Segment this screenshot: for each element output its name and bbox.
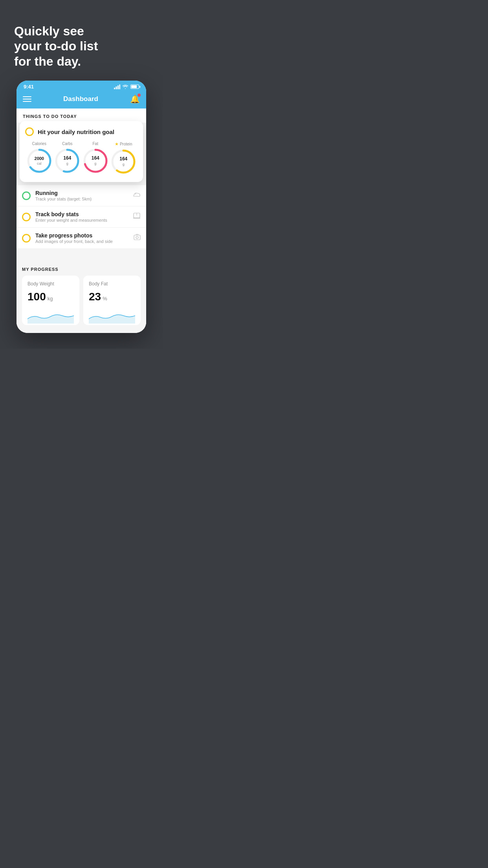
svg-rect-15	[134, 235, 140, 240]
donut-chart: 164 g	[110, 148, 137, 175]
nav-bar: Dashboard 🔔	[17, 91, 146, 108]
donut-value: 164 g	[63, 156, 71, 166]
progress-card-body-weight[interactable]: Body Weight 100 kg	[22, 276, 79, 325]
phone-frame: 9:41 Dashboard	[17, 81, 146, 333]
wifi-icon	[122, 85, 128, 89]
todo-icon-photo	[134, 234, 141, 242]
todo-title: Running	[35, 190, 128, 196]
progress-card-title: Body Fat	[89, 281, 135, 287]
progress-value: 23 %	[89, 291, 135, 303]
nav-title: Dashboard	[63, 95, 98, 103]
todo-title: Track body stats	[35, 211, 128, 217]
progress-number: 100	[28, 291, 46, 303]
todo-item-progress-photos[interactable]: Take progress photos Add images of your …	[17, 228, 146, 249]
nutrition-item-fat: Fat 164 g	[82, 142, 109, 174]
progress-number: 23	[89, 291, 101, 303]
mini-chart	[28, 308, 74, 324]
todo-item-running[interactable]: Running Track your stats (target: 5km)	[17, 185, 146, 206]
nutrition-label-text: Calories	[32, 142, 46, 146]
progress-section: MY PROGRESS Body Weight 100 kg Body Fat …	[17, 261, 146, 325]
status-time: 9:41	[24, 84, 34, 90]
nutrition-item-protein: ★Protein 164 g	[110, 142, 137, 175]
dashboard-content: THINGS TO DO TODAY Hit your daily nutrit…	[17, 108, 146, 333]
nutrition-item-carbs: Carbs 164 g	[54, 142, 81, 174]
donut-value: 164 g	[119, 156, 127, 167]
nutrition-item-calories: Calories 2000 cal	[26, 142, 53, 174]
headline-line3: for the day.	[14, 54, 81, 68]
progress-unit: kg	[48, 296, 53, 302]
donut-chart: 164 g	[54, 147, 81, 174]
nutrition-card-title: Hit your daily nutrition goal	[25, 127, 138, 136]
nutrition-label-text: Fat	[93, 142, 98, 146]
progress-cards: Body Weight 100 kg Body Fat 23 %	[22, 276, 141, 325]
todo-circle-track-body[interactable]	[22, 213, 31, 221]
notification-dot	[138, 94, 141, 97]
status-bar: 9:41	[17, 81, 146, 91]
todo-subtitle: Add images of your front, back, and side	[35, 239, 129, 244]
things-to-do-header: THINGS TO DO TODAY	[17, 108, 146, 123]
nutrition-label-text: Protein	[120, 142, 132, 146]
todo-circle-progress-photos[interactable]	[22, 234, 31, 243]
donut-chart: 164 g	[82, 147, 109, 174]
todo-icon-shoe	[133, 191, 141, 200]
todo-circle-running[interactable]	[22, 191, 31, 200]
headline-line1: Quickly see	[14, 24, 84, 38]
app-headline: Quickly see your to-do list for the day.	[0, 0, 163, 81]
signal-icon	[114, 85, 120, 89]
nutrition-card: Hit your daily nutrition goal Calories 2…	[20, 121, 143, 182]
progress-card-body-fat[interactable]: Body Fat 23 %	[83, 276, 141, 325]
donut-chart: 2000 cal	[26, 147, 53, 174]
mini-chart	[89, 308, 135, 324]
battery-icon	[130, 85, 139, 89]
todo-subtitle: Enter your weight and measurements	[35, 218, 128, 223]
progress-value: 100 kg	[28, 291, 74, 303]
nutrition-label-text: Carbs	[62, 142, 73, 146]
headline-line2: your to-do list	[14, 39, 98, 53]
progress-unit: %	[103, 296, 107, 302]
progress-section-title: MY PROGRESS	[22, 267, 141, 272]
svg-rect-2	[117, 85, 119, 89]
todo-item-track-body[interactable]: Track body stats Enter your weight and m…	[17, 206, 146, 228]
todo-icon-scale	[133, 212, 141, 221]
star-icon: ★	[115, 142, 119, 147]
svg-point-16	[136, 236, 138, 239]
nutrition-radio[interactable]	[25, 127, 34, 136]
donut-value: 164 g	[92, 156, 99, 166]
status-icons	[114, 85, 139, 89]
svg-rect-0	[114, 88, 115, 89]
svg-rect-3	[119, 85, 121, 89]
notification-bell[interactable]: 🔔	[130, 94, 140, 104]
hamburger-menu[interactable]	[23, 96, 31, 102]
nutrition-title: Hit your daily nutrition goal	[38, 129, 114, 135]
progress-card-title: Body Weight	[28, 281, 74, 287]
todo-list: Running Track your stats (target: 5km) T…	[17, 185, 146, 249]
todo-subtitle: Track your stats (target: 5km)	[35, 197, 128, 201]
todo-title: Take progress photos	[35, 232, 129, 239]
nutrition-circles: Calories 2000 cal Carbs 164 g Fat 164 g …	[25, 142, 138, 175]
svg-rect-1	[116, 86, 117, 89]
donut-value: 2000 cal	[35, 156, 44, 166]
